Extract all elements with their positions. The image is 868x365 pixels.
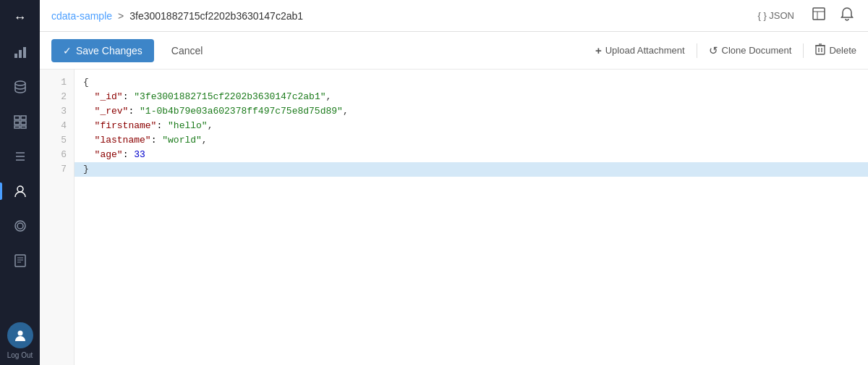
header: cdata-sample > 3fe3001882715cf2202b36301… <box>40 0 868 32</box>
line-number-4: 4 <box>61 119 67 133</box>
delete-icon <box>815 43 825 57</box>
code-line-1: { <box>75 75 868 90</box>
sidebar-item-book[interactable] <box>0 243 40 278</box>
svg-rect-5 <box>21 116 26 119</box>
check-icon: ✓ <box>63 45 72 56</box>
logout-button[interactable]: Log Out <box>7 351 33 359</box>
breadcrumb-separator: > <box>118 10 124 22</box>
chart-icon <box>13 45 27 59</box>
svg-rect-25 <box>816 46 825 54</box>
line-number-5: 5 <box>61 133 67 148</box>
header-actions: { } JSON <box>752 4 856 28</box>
bell-icon <box>841 7 854 21</box>
line-numbers: 1 2 3 4 5 6 7 <box>40 70 75 365</box>
line-number-1: 1 <box>61 75 67 90</box>
line-number-7: 7 <box>61 162 67 177</box>
sidebar-bottom: Log Out <box>0 322 40 365</box>
code-line-5: "lastname": "world", <box>75 133 868 148</box>
help-icon <box>13 219 27 233</box>
back-icon: ↔ <box>14 10 27 25</box>
sidebar-item-back[interactable]: ↔ <box>0 0 40 35</box>
svg-rect-22 <box>813 8 825 20</box>
sidebar-item-chart[interactable] <box>0 35 40 70</box>
sidebar-item-list[interactable] <box>0 139 40 174</box>
grid-icon <box>13 114 27 129</box>
svg-point-15 <box>17 223 23 229</box>
svg-point-21 <box>17 331 22 336</box>
toolbar-divider-1 <box>697 43 697 58</box>
cancel-button[interactable]: Cancel <box>163 39 212 62</box>
svg-rect-2 <box>23 47 26 58</box>
sidebar-item-grid[interactable] <box>0 104 40 139</box>
svg-point-14 <box>15 221 25 231</box>
user-icon <box>13 184 27 198</box>
svg-rect-0 <box>14 54 17 58</box>
upload-icon: + <box>595 44 602 56</box>
delete-button[interactable]: Delete <box>815 43 856 57</box>
clone-document-button[interactable]: ↺ Clone Document <box>709 44 792 57</box>
code-line-4: "firstname": "hello", <box>75 119 868 133</box>
list-icon <box>13 149 27 164</box>
book-icon <box>13 253 27 268</box>
toolbar: ✓ Save Changes Cancel + Upload Attachmen… <box>40 32 868 70</box>
sidebar-item-database[interactable] <box>0 70 40 104</box>
database-icon <box>13 80 27 94</box>
line-number-6: 6 <box>61 148 67 162</box>
clone-icon: ↺ <box>709 44 718 57</box>
svg-rect-8 <box>14 126 20 128</box>
svg-rect-16 <box>15 255 25 267</box>
code-editor[interactable]: { "_id": "3fe3001882715cf2202b3630147c2a… <box>75 70 868 365</box>
breadcrumb-database[interactable]: cdata-sample <box>51 10 112 22</box>
toolbar-divider-2 <box>803 43 804 58</box>
svg-point-13 <box>17 186 23 192</box>
code-line-6: "age": 33 <box>75 148 868 162</box>
svg-point-3 <box>15 81 25 85</box>
notifications-button[interactable] <box>838 4 856 28</box>
table-view-button[interactable] <box>809 4 829 28</box>
code-line-2: "_id": "3fe3001882715cf2202b3630147c2ab1… <box>75 90 868 104</box>
svg-rect-6 <box>14 121 20 125</box>
toolbar-right: + Upload Attachment ↺ Clone Document <box>595 43 856 58</box>
sidebar-item-help[interactable] <box>0 209 40 243</box>
breadcrumb-document: 3fe3001882715cf2202b3630147c2ab1 <box>129 10 303 22</box>
svg-rect-4 <box>14 116 20 119</box>
upload-attachment-button[interactable]: + Upload Attachment <box>595 44 685 56</box>
line-number-2: 2 <box>61 90 67 104</box>
svg-rect-7 <box>21 121 26 125</box>
code-line-7: } <box>75 162 868 177</box>
sidebar-item-user[interactable] <box>0 174 40 209</box>
sidebar-nav: ↔ <box>0 0 40 322</box>
line-number-3: 3 <box>61 104 67 119</box>
main-content: cdata-sample > 3fe3001882715cf2202b36301… <box>40 0 868 365</box>
editor-area: 1 2 3 4 5 6 7 { "_id": "3fe3001882715cf2… <box>40 70 868 365</box>
sidebar: ↔ <box>0 0 40 365</box>
code-line-3: "_rev": "1-0b4b79e03a602378ff497c75e8d75… <box>75 104 868 119</box>
table-icon <box>812 7 826 21</box>
svg-rect-1 <box>19 50 22 58</box>
svg-rect-9 <box>21 126 26 128</box>
save-changes-button[interactable]: ✓ Save Changes <box>51 39 154 62</box>
avatar[interactable] <box>7 322 33 348</box>
json-view-button[interactable]: { } JSON <box>752 7 800 24</box>
